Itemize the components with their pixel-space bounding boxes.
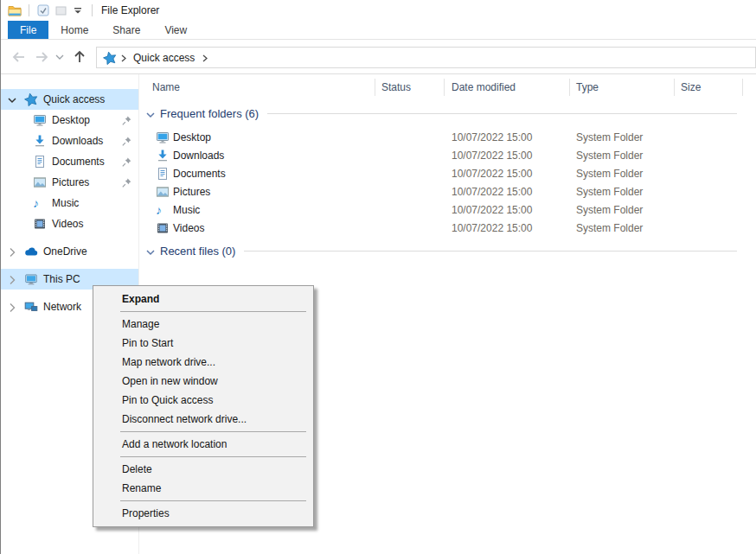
menu-item-delete[interactable]: Delete bbox=[93, 460, 313, 479]
group-header-recent-files[interactable]: Recent files (0) bbox=[139, 243, 756, 259]
menu-item-map-network-drive[interactable]: Map network drive... bbox=[93, 353, 313, 372]
sidebar-item-music[interactable]: ♪ Music bbox=[1, 193, 138, 213]
up-button[interactable] bbox=[70, 47, 89, 67]
column-divider[interactable] bbox=[375, 79, 375, 96]
sidebar-item-documents[interactable]: Documents bbox=[1, 151, 138, 172]
file-explorer-window: File Explorer File Home Share View Quick… bbox=[0, 0, 756, 554]
file-row-music[interactable]: ♪ Music 10/07/2022 15:00 System Folder bbox=[139, 201, 756, 220]
column-divider[interactable] bbox=[569, 79, 570, 96]
videos-icon bbox=[156, 221, 170, 235]
window-title: File Explorer bbox=[101, 4, 159, 16]
menu-item-open-in-new-window[interactable]: Open in new window bbox=[93, 372, 313, 391]
sidebar-item-quick-access[interactable]: Quick access bbox=[1, 89, 138, 110]
breadcrumb-chevron-icon[interactable] bbox=[200, 53, 209, 63]
sidebar-item-downloads[interactable]: Downloads bbox=[1, 131, 138, 151]
tab-view[interactable]: View bbox=[152, 21, 199, 39]
sidebar-item-label: Music bbox=[52, 197, 79, 209]
chevron-down-icon[interactable] bbox=[5, 93, 17, 105]
menu-item-rename[interactable]: Rename bbox=[93, 479, 313, 498]
sidebar-item-desktop[interactable]: Desktop bbox=[1, 110, 138, 131]
column-divider[interactable] bbox=[742, 79, 743, 96]
column-headers: Name Status Date modified Type Size bbox=[139, 74, 756, 100]
group-header-frequent-folders[interactable]: Frequent folders (6) bbox=[139, 105, 756, 122]
file-row-desktop[interactable]: Desktop 10/07/2022 15:00 System Folder bbox=[139, 129, 756, 147]
file-row-pictures[interactable]: Pictures 10/07/2022 15:00 System Folder bbox=[139, 183, 756, 201]
file-explorer-logo-icon bbox=[6, 2, 23, 19]
pin-icon[interactable] bbox=[121, 115, 132, 126]
desktop-icon bbox=[156, 131, 170, 144]
back-button[interactable] bbox=[10, 47, 29, 67]
tab-share[interactable]: Share bbox=[100, 21, 152, 39]
column-header-name[interactable]: Name bbox=[152, 81, 180, 93]
documents-icon bbox=[33, 155, 47, 169]
file-date-modified: 10/07/2022 15:00 bbox=[452, 168, 532, 180]
menu-separator bbox=[120, 456, 306, 457]
tab-file[interactable]: File bbox=[8, 21, 48, 39]
column-divider[interactable] bbox=[674, 79, 675, 96]
navigation-bar: Quick access bbox=[1, 40, 756, 74]
breadcrumb-location[interactable]: Quick access bbox=[133, 52, 195, 64]
file-row-documents[interactable]: Documents 10/07/2022 15:00 System Folder bbox=[139, 165, 756, 183]
column-header-size[interactable]: Size bbox=[681, 81, 701, 93]
chevron-right-icon[interactable] bbox=[5, 245, 17, 258]
file-date-modified: 10/07/2022 15:00 bbox=[452, 131, 532, 143]
column-header-status[interactable]: Status bbox=[381, 81, 411, 93]
sidebar-item-label: Quick access bbox=[43, 93, 105, 105]
frequent-folders-list: Desktop 10/07/2022 15:00 System Folder D… bbox=[139, 129, 756, 238]
column-header-type[interactable]: Type bbox=[576, 81, 599, 93]
breadcrumb-chevron-icon[interactable] bbox=[119, 53, 128, 63]
file-date-modified: 10/07/2022 15:00 bbox=[452, 186, 532, 198]
file-type: System Folder bbox=[576, 150, 643, 162]
pictures-icon bbox=[156, 185, 170, 199]
sidebar-item-videos[interactable]: Videos bbox=[1, 213, 138, 234]
group-collapse-chevron-icon[interactable] bbox=[144, 245, 155, 257]
file-date-modified: 10/07/2022 15:00 bbox=[452, 150, 532, 162]
sidebar-item-onedrive[interactable]: OneDrive bbox=[1, 241, 138, 262]
music-note-icon: ♪ bbox=[33, 196, 47, 210]
file-type: System Folder bbox=[576, 168, 643, 180]
sidebar-item-label: Pictures bbox=[52, 176, 89, 188]
file-name: Documents bbox=[173, 168, 226, 180]
menu-item-expand[interactable]: Expand bbox=[93, 290, 313, 309]
recent-locations-dropdown[interactable] bbox=[54, 47, 66, 67]
menu-item-add-network-location[interactable]: Add a network location bbox=[93, 435, 313, 454]
file-row-videos[interactable]: Videos 10/07/2022 15:00 System Folder bbox=[139, 220, 756, 238]
qat-properties-button[interactable] bbox=[35, 2, 52, 19]
file-row-downloads[interactable]: Downloads 10/07/2022 15:00 System Folder bbox=[139, 147, 756, 165]
sidebar-item-label: OneDrive bbox=[43, 245, 87, 258]
sidebar-item-label: Videos bbox=[52, 218, 83, 230]
titlebar-separator bbox=[92, 4, 93, 16]
pin-icon[interactable] bbox=[121, 136, 132, 147]
this-pc-context-menu: Expand Manage Pin to Start Map network d… bbox=[93, 285, 314, 527]
menu-separator bbox=[120, 431, 306, 432]
menu-separator bbox=[120, 311, 306, 312]
sidebar-item-label: Documents bbox=[52, 156, 105, 168]
forward-button[interactable] bbox=[32, 47, 51, 67]
sidebar-item-label: This PC bbox=[43, 273, 80, 285]
menu-item-pin-to-start[interactable]: Pin to Start bbox=[93, 334, 313, 353]
group-header-rule bbox=[244, 251, 737, 252]
chevron-right-icon[interactable] bbox=[5, 273, 17, 285]
sidebar-item-pictures[interactable]: Pictures bbox=[1, 172, 138, 193]
tab-home[interactable]: Home bbox=[48, 21, 100, 39]
pin-icon[interactable] bbox=[121, 177, 132, 188]
sidebar-gap bbox=[1, 262, 138, 269]
column-header-date-modified[interactable]: Date modified bbox=[452, 81, 516, 93]
qat-customize-dropdown[interactable] bbox=[69, 2, 86, 19]
file-name: Music bbox=[173, 204, 200, 216]
menu-item-manage[interactable]: Manage bbox=[93, 315, 313, 334]
chevron-right-icon[interactable] bbox=[5, 301, 17, 313]
address-bar[interactable]: Quick access bbox=[96, 47, 756, 68]
pin-icon[interactable] bbox=[121, 156, 132, 168]
file-name: Pictures bbox=[173, 186, 210, 198]
quick-access-star-icon bbox=[103, 51, 117, 65]
qat-new-folder-button[interactable] bbox=[52, 2, 69, 19]
file-name: Desktop bbox=[173, 131, 211, 143]
menu-item-disconnect-network-drive[interactable]: Disconnect network drive... bbox=[93, 410, 313, 429]
menu-item-pin-to-quick-access[interactable]: Pin to Quick access bbox=[93, 391, 313, 410]
menu-item-properties[interactable]: Properties bbox=[93, 504, 313, 523]
file-type: System Folder bbox=[576, 204, 643, 216]
group-collapse-chevron-icon[interactable] bbox=[144, 108, 155, 119]
videos-icon bbox=[33, 217, 47, 231]
column-divider[interactable] bbox=[444, 79, 445, 96]
